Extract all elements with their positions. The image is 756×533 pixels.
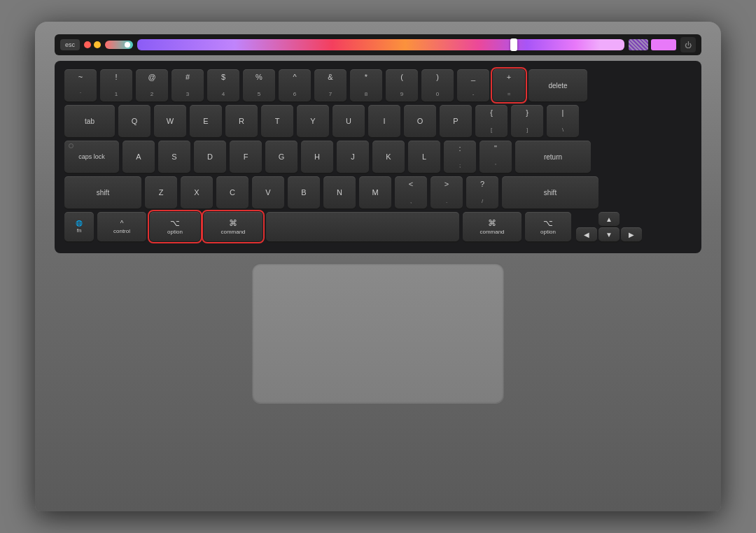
tb-gradient-thumb <box>510 38 517 51</box>
key-option-left[interactable]: ⌥ option <box>150 212 200 241</box>
key-space[interactable] <box>266 212 459 241</box>
key-return[interactable]: return <box>515 141 591 173</box>
tb-checkerboard <box>629 39 648 50</box>
key-b[interactable]: B <box>288 176 320 208</box>
key-u[interactable]: U <box>332 105 365 137</box>
key-7[interactable]: &7 <box>314 69 346 101</box>
key-j[interactable]: J <box>337 141 369 173</box>
trackpad[interactable] <box>252 263 504 403</box>
key-bracket-right[interactable]: }] <box>511 105 543 137</box>
key-2[interactable]: @2 <box>136 69 168 101</box>
key-shift-right[interactable]: shift <box>502 176 598 208</box>
key-minus[interactable]: _- <box>457 69 489 101</box>
key-command-left[interactable]: ⌘ command <box>204 212 262 241</box>
key-r[interactable]: R <box>225 105 258 137</box>
key-y[interactable]: Y <box>297 105 329 137</box>
tb-right-controls <box>629 39 676 50</box>
tb-power-button[interactable]: ⏻ <box>680 37 696 52</box>
key-arrow-right[interactable]: ▶ <box>621 227 642 241</box>
key-w[interactable]: W <box>154 105 186 137</box>
key-l[interactable]: L <box>408 141 440 173</box>
asdf-row: caps lock A S D F G H J K L :; "' return <box>64 141 692 173</box>
key-n[interactable]: N <box>323 176 356 208</box>
key-quote[interactable]: "' <box>479 141 512 173</box>
touch-bar: esc ⏻ <box>55 34 701 55</box>
key-caps-lock[interactable]: caps lock <box>64 141 119 173</box>
key-9[interactable]: (9 <box>386 69 418 101</box>
tb-gradient-bar[interactable] <box>137 39 624 50</box>
key-equal-plus[interactable]: += <box>493 69 525 101</box>
key-x[interactable]: X <box>181 176 213 208</box>
key-o[interactable]: O <box>404 105 436 137</box>
tb-pink-block <box>651 39 676 50</box>
key-t[interactable]: T <box>261 105 293 137</box>
modifier-row: 🌐 fn ^ control ⌥ option ⌘ command <box>64 212 692 241</box>
number-row: ~` !1 @2 #3 $4 %5 ^6 &7 <box>64 69 692 101</box>
key-tab[interactable]: tab <box>64 105 115 137</box>
key-slash[interactable]: ?/ <box>466 176 498 208</box>
laptop-body: esc ⏻ ~` !1 @2 #3 <box>35 22 721 511</box>
key-5[interactable]: %5 <box>243 69 275 101</box>
key-shift-left[interactable]: shift <box>64 176 141 208</box>
key-h[interactable]: H <box>301 141 333 173</box>
key-arrow-left[interactable]: ◀ <box>576 227 597 241</box>
key-6[interactable]: ^6 <box>279 69 311 101</box>
key-command-right[interactable]: ⌘ command <box>463 212 522 241</box>
key-3[interactable]: #3 <box>172 69 204 101</box>
key-fn[interactable]: 🌐 fn <box>64 212 94 241</box>
key-v[interactable]: V <box>252 176 284 208</box>
key-arrow-up[interactable]: ▲ <box>598 212 620 226</box>
key-q[interactable]: Q <box>118 105 150 137</box>
key-a[interactable]: A <box>122 141 155 173</box>
key-semicolon[interactable]: :; <box>444 141 476 173</box>
key-g[interactable]: G <box>265 141 298 173</box>
key-arrow-down[interactable]: ▼ <box>598 227 620 241</box>
key-k[interactable]: K <box>372 141 405 173</box>
key-period[interactable]: >. <box>430 176 463 208</box>
tb-controls <box>84 41 101 48</box>
key-control[interactable]: ^ control <box>97 212 146 241</box>
key-s[interactable]: S <box>158 141 190 173</box>
key-c[interactable]: C <box>216 176 248 208</box>
key-e[interactable]: E <box>190 105 222 137</box>
key-m[interactable]: M <box>359 176 391 208</box>
zxcv-row: shift Z X C V B N M <, >. ?/ shift <box>64 176 692 208</box>
key-4[interactable]: $4 <box>207 69 239 101</box>
keyboard: ~` !1 @2 #3 $4 %5 ^6 &7 <box>55 61 701 253</box>
key-d[interactable]: D <box>194 141 226 173</box>
key-comma[interactable]: <, <box>395 176 427 208</box>
qwerty-row: tab Q W E R T Y U I O P {[ }] |\ <box>64 105 692 137</box>
key-0[interactable]: )0 <box>421 69 454 101</box>
tb-brightness-slider[interactable] <box>105 41 133 49</box>
key-option-right[interactable]: ⌥ option <box>525 212 571 241</box>
key-delete[interactable]: delete <box>528 69 587 101</box>
key-p[interactable]: P <box>440 105 472 137</box>
key-bracket-left[interactable]: {[ <box>475 105 507 137</box>
tb-close-dot <box>84 41 91 48</box>
tb-min-dot <box>94 41 101 48</box>
key-i[interactable]: I <box>368 105 400 137</box>
key-f[interactable]: F <box>230 141 262 173</box>
key-z[interactable]: Z <box>145 176 177 208</box>
key-tilde[interactable]: ~` <box>64 69 97 101</box>
key-1[interactable]: !1 <box>100 69 132 101</box>
key-8[interactable]: *8 <box>350 69 382 101</box>
trackpad-area <box>55 263 701 403</box>
esc-key[interactable]: esc <box>60 39 80 50</box>
key-backslash[interactable]: |\ <box>547 105 579 137</box>
